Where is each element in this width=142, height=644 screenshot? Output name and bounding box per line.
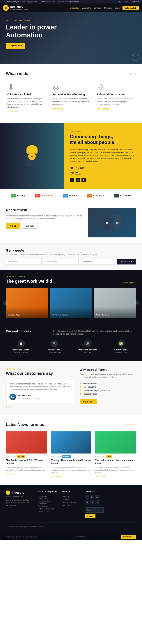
footer-about-4[interactable]: Case Studies <box>62 504 80 507</box>
footer-service-2[interactable]: Transportation & Distribution <box>38 500 57 504</box>
news-image-1 <box>6 432 47 454</box>
customers-section: TESTIMONIAL What our customers say When … <box>0 361 142 415</box>
nav-item-integration[interactable]: Integration <box>70 7 80 9</box>
twitter-icon[interactable]: t <box>70 178 74 182</box>
service-3-link[interactable]: View website ▶ <box>97 108 135 110</box>
prev-icon[interactable]: ⊙ <box>130 72 132 75</box>
email-text: info.industris@gmail.com <box>58 1 79 3</box>
quote-email-input[interactable] <box>43 258 79 265</box>
footer-search-input[interactable] <box>85 508 104 512</box>
back-to-top-button[interactable]: Back to top ▲ <box>121 535 136 539</box>
quote-name-input[interactable] <box>6 258 42 265</box>
dot-2[interactable] <box>8 406 10 408</box>
linkedin-icon[interactable]: in <box>76 178 80 182</box>
footer-youtube-icon[interactable]: yt <box>90 500 94 504</box>
footer-follow-title: Follow us <box>85 490 104 493</box>
login-link[interactable]: Login <box>124 1 128 3</box>
work-item-1-label: Industrial Pipes <box>8 314 20 316</box>
footer-linkedin-icon[interactable]: in <box>90 495 94 499</box>
work-next-arrow[interactable]: › <box>134 300 139 306</box>
great-work-header: FEATURED PROJECT The great work we did V… <box>6 276 136 284</box>
work-prev-arrow[interactable]: ‹ <box>3 300 8 306</box>
footer-services-list: Automotive Manufacturing Transportation … <box>38 495 57 513</box>
partner-nova-star: ★ NOVA STAR <box>34 194 53 198</box>
service-2-desc: The automotive industry is now undergoin… <box>52 97 90 106</box>
nav-item-projects[interactable]: Projects <box>104 7 112 9</box>
quote-submit-button[interactable]: Submit now ▶ <box>117 259 136 264</box>
hero-scroll-indicator[interactable]: ↓ <box>132 54 139 61</box>
news-read-3[interactable]: Read more ▶ <box>95 476 136 477</box>
quote-title: Get a quote <box>6 249 136 252</box>
news-read-2[interactable]: Read more ▶ <box>50 476 92 477</box>
why-get-quote-button[interactable]: Get a quote <box>80 400 97 404</box>
nav-item-services[interactable]: Services <box>94 7 101 9</box>
service-3-desc: Donec viverra lorem ipsum, a tincidunt q… <box>97 97 135 106</box>
footer-pinterest-icon[interactable]: p <box>95 500 100 504</box>
footer-brand-desc: Viverra lorem ipsum, a tincidunt quam, s… <box>6 499 34 507</box>
news-read-1[interactable]: Read more ▶ <box>6 473 47 475</box>
our-story-section: ▶ OUR STORY Connecting things, It's all … <box>0 123 142 190</box>
news-tag-2: Business <box>62 455 71 458</box>
get-quote-nav-button[interactable]: Get a quote ▶ <box>122 6 139 10</box>
hero-title: Leader in power Automation <box>6 23 136 39</box>
testimonial-text: When she reached the first hills of the … <box>10 382 71 391</box>
footer-about-2[interactable]: The team <box>62 498 80 501</box>
footer-service-1[interactable]: Automotive Manufacturing <box>38 495 57 500</box>
work-item-3[interactable]: Modern Building <box>94 288 136 318</box>
footer-service-5[interactable]: Green Energy <box>38 510 57 513</box>
nav-item-news[interactable]: News <box>114 7 120 9</box>
footer-search-button[interactable]: Search <box>85 514 96 518</box>
pinterest-icon[interactable]: p <box>82 178 86 182</box>
brand[interactable]: ⚙ Industris Industry & Factory solution <box>3 5 28 11</box>
footer-about-3[interactable]: Terms & conditions <box>62 501 80 504</box>
work-item-2[interactable]: Marine Construction <box>50 288 92 318</box>
work-carousel: ‹ Industrial Pipes Marine Construction M… <box>6 288 136 318</box>
work-item-2-label: Marine Construction <box>52 314 68 316</box>
footer-about-1[interactable]: Contact us <box>62 495 80 498</box>
what-we-do-section: What we do ⊙ ⊕ Oil & Gas exploited Donec… <box>0 64 142 123</box>
footer-service-4[interactable]: Industrial Construction <box>38 508 57 510</box>
story-label: OUR STORY <box>70 130 136 132</box>
story-play-button[interactable]: ▶ <box>28 152 36 160</box>
service-1-link[interactable]: View details ▶ <box>7 110 45 113</box>
recruitment-desc: We are looking for smart individuals who… <box>6 214 82 220</box>
novastar-logo-icon: ★ <box>34 194 40 198</box>
quote-phone-input[interactable] <box>80 258 116 265</box>
join-us-button[interactable]: Join us <box>6 223 20 228</box>
view-all-news-link[interactable]: View all post ▶ <box>124 424 136 426</box>
footer-brand-col: ⚙ Industris Industry & Factory solution … <box>6 490 34 518</box>
service-2-link[interactable]: View details ▶ <box>52 108 90 110</box>
nav-item-about[interactable]: About Us <box>82 7 91 9</box>
dot-1[interactable] <box>6 406 7 408</box>
phone-text: +63 070 240 333 <box>41 1 55 3</box>
partner-factory: F Factory <box>11 194 25 198</box>
compact-name: COMPACT <box>93 194 104 197</box>
hero-explore-button[interactable]: Explore now <box>6 43 25 48</box>
search-icon[interactable]: 🔍 <box>118 1 121 3</box>
view-all-projects-link[interactable]: View all project ▶ <box>122 282 136 284</box>
work-item-1[interactable]: Industrial Pipes <box>6 288 48 318</box>
work-process-section: Our work process Over the course of more… <box>0 325 142 361</box>
story-author-name: Arija Stoe <box>70 172 136 174</box>
step-1-icon: 📋 <box>18 340 25 347</box>
brand-sub: Industry & Factory solution <box>10 9 28 10</box>
news-meta-1: Mar 20, 2019 IoT Tech <box>6 455 47 458</box>
top-bar-contact: 📍 Fircalleen 55, 4021 Stavanger, Norway … <box>3 1 82 3</box>
next-icon[interactable]: ⊕ <box>134 72 136 75</box>
footer-service-3[interactable]: Warehousing <box>38 504 57 508</box>
step-2-desc: detailed planning <box>39 352 70 354</box>
step-4-icon: ✅ <box>117 340 125 347</box>
footer-twitter-icon[interactable]: tw <box>95 495 100 499</box>
footer-top: ⚙ Industris Industry & Factory solution … <box>6 490 136 518</box>
address-text: 📍 Fircalleen 55, 4021 Stavanger, Norway <box>3 1 37 3</box>
footer-facebook-icon[interactable]: f <box>85 495 89 499</box>
our-team-button[interactable]: Our Team <box>22 223 38 228</box>
footer-google-icon[interactable]: g+ <box>85 500 89 504</box>
news-card-3: Mar 20, 2019 Tech The brains behind Uber… <box>95 432 136 477</box>
dot-3[interactable] <box>11 406 12 408</box>
footer-services-col: Oil & Gas exploited Automotive Manufactu… <box>38 490 57 518</box>
language-selector[interactable]: English ▼ <box>131 1 139 3</box>
process-step-3: 🚀 Deploy and complete the project <box>72 340 103 354</box>
great-work-title: The great work we did <box>6 279 52 284</box>
why-list: Flexible solutions Free Reductions Impro… <box>80 382 136 396</box>
